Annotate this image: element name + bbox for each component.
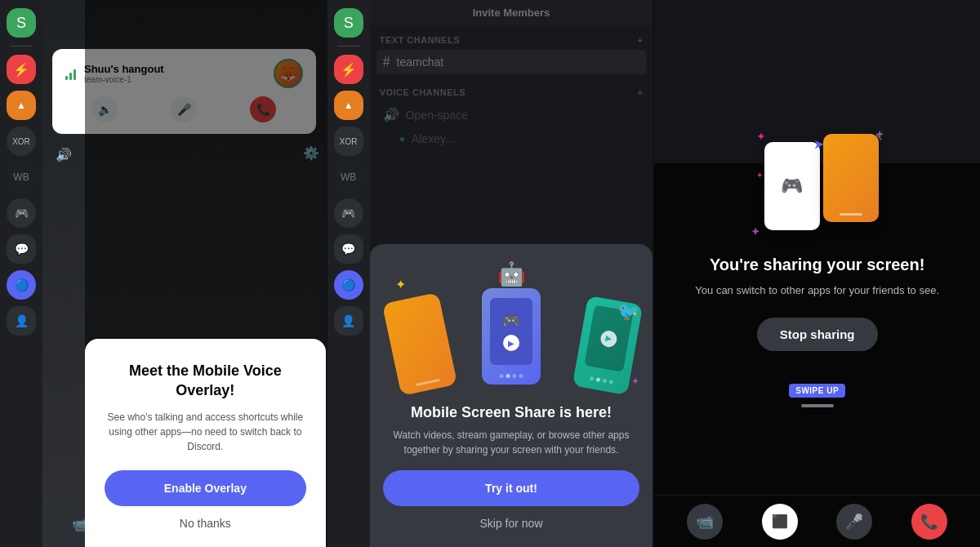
- spark-pink-1: ✦: [756, 130, 766, 143]
- enable-overlay-button[interactable]: Enable Overlay: [105, 470, 306, 506]
- camera-btn-p3[interactable]: 📹: [687, 504, 723, 540]
- skip-for-now-button[interactable]: Skip for now: [479, 517, 542, 530]
- screen-share-illustration: ▶ 🎮 ▶: [383, 260, 640, 391]
- sidebar-2-icon-5[interactable]: WB: [334, 162, 363, 192]
- share-arrow-icon: ➤: [813, 136, 824, 152]
- sidebar-2-icon-1[interactable]: S: [334, 8, 363, 38]
- panel3-bottom-bar: 📹 ⬛ 🎤 📞: [654, 495, 980, 547]
- swipe-up-badge: SWIPE UP: [789, 384, 845, 398]
- sidebar-2-icon-8[interactable]: 🔵: [334, 270, 363, 300]
- end-call-icon-p3: 📞: [920, 513, 938, 531]
- sidebar-icon-3[interactable]: ▲: [7, 91, 36, 120]
- sidebar-2-icon-2[interactable]: ⚡: [334, 55, 363, 84]
- screen-share-title: Mobile Screen Share is here!: [383, 404, 640, 421]
- robot-head-icon: 🤖: [497, 260, 526, 287]
- bird-icon: 🐦: [617, 301, 639, 322]
- sharing-illustration: 🎮 ➤ ✦ ✚ ✚ ✦ ⤡: [752, 130, 883, 236]
- bar-3: [74, 69, 76, 80]
- mic-btn-p3[interactable]: 🎤: [836, 504, 872, 540]
- sharing-phone-front: [823, 134, 879, 222]
- discord-logo-icon: 🎮: [781, 176, 803, 197]
- screens-container: S ⚡ ▲ XOR WB 🎮 💬 🔵 👤 🔊 ⚙️: [0, 0, 980, 547]
- camera-icon-p3: 📹: [696, 513, 714, 531]
- stop-sharing-button[interactable]: Stop sharing: [757, 318, 878, 351]
- sparkle-yellow-1: ✦: [395, 277, 406, 292]
- screen-share-description: Watch videos, stream gameplay, or browse…: [383, 428, 640, 457]
- try-it-out-button[interactable]: Try it out!: [383, 470, 640, 506]
- spark-pink-2: ✦: [756, 171, 763, 180]
- mic-icon-p3: 🎤: [845, 513, 863, 531]
- spark-purple-2: ✚: [752, 227, 759, 236]
- sidebar-icon-4[interactable]: XOR: [7, 127, 36, 156]
- sidebar-icon-6[interactable]: 🎮: [7, 198, 36, 228]
- panel-3-sharing: 🎮 ➤ ✦ ✚ ✚ ✦ ⤡ You're sharing your screen…: [654, 0, 980, 547]
- sidebar-2-icon-3[interactable]: ▲: [334, 91, 363, 120]
- panel-2-screen-share: S ⚡ ▲ XOR WB 🎮 💬 🔵 👤 Invite Members TEXT…: [327, 0, 653, 547]
- screen-share-sheet: ▶ 🎮 ▶: [370, 244, 653, 547]
- volume-icon-left: 🔊: [56, 147, 72, 162]
- sidebar-icon-9[interactable]: 👤: [7, 306, 36, 336]
- sidebar-2-icon-6[interactable]: 🎮: [334, 198, 363, 228]
- voice-overlay-modal: Meet the Mobile Voice Overlay! See who's…: [85, 0, 326, 547]
- screen-share-btn-p3[interactable]: ⬛: [762, 504, 798, 540]
- sharing-phone-back: 🎮: [764, 142, 820, 230]
- sidebar-icon-2[interactable]: ⚡: [7, 55, 36, 84]
- sidebar-icon-8[interactable]: 🔵: [7, 270, 36, 300]
- sidebar-2-icon-9[interactable]: 👤: [334, 306, 363, 336]
- modal-description: See who's talking and access shortcuts w…: [105, 410, 306, 454]
- screen-icon-p3: ⬛: [772, 514, 788, 529]
- phone-center-discord: 🎮 ▶: [482, 288, 541, 385]
- screen-share-modal: ▶ 🎮 ▶: [370, 0, 653, 547]
- sidebar-2-icon-4[interactable]: XOR: [334, 127, 363, 156]
- panel-1-voice-overlay: S ⚡ ▲ XOR WB 🎮 💬 🔵 👤 🔊 ⚙️: [0, 0, 326, 547]
- sharing-title: You're sharing your screen!: [710, 256, 924, 274]
- sidebar-icon-5[interactable]: WB: [7, 162, 36, 192]
- sidebar-icon-1[interactable]: S: [7, 8, 36, 38]
- modal-card: Meet the Mobile Voice Overlay! See who's…: [85, 339, 326, 547]
- swipe-indicator: [801, 404, 834, 407]
- modal-title: Meet the Mobile Voice Overlay!: [105, 362, 306, 400]
- signal-bars-icon: [65, 67, 76, 80]
- bar-2: [69, 73, 72, 80]
- sharing-description: You can switch to other apps for your fr…: [670, 282, 964, 299]
- sidebar-1: S ⚡ ▲ XOR WB 🎮 💬 🔵 👤: [0, 0, 42, 547]
- no-thanks-button[interactable]: No thanks: [180, 517, 231, 530]
- sidebar-icon-7[interactable]: 💬: [7, 234, 36, 264]
- sidebar-2: S ⚡ ▲ XOR WB 🎮 💬 🔵 👤: [327, 0, 370, 547]
- sidebar-2-icon-7[interactable]: 💬: [334, 234, 363, 264]
- phone-back-left: [381, 292, 457, 396]
- panel1-main: 🔊 ⚙️ Shuu's hangout team-voice-1 🦊: [42, 0, 326, 547]
- bar-1: [65, 76, 68, 80]
- expand-icon: ⤡: [875, 131, 883, 143]
- end-call-btn-p3[interactable]: 📞: [911, 504, 947, 540]
- sparkle-purple: ✦: [631, 376, 639, 387]
